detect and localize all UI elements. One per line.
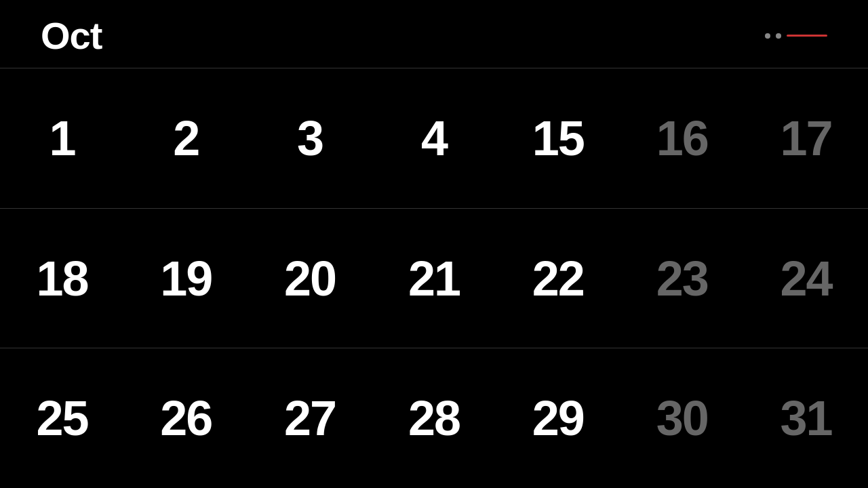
red-line-indicator	[787, 35, 827, 37]
calendar-day-29[interactable]: 29	[496, 348, 620, 488]
calendar-header: Oct	[0, 0, 868, 68]
calendar-day-25[interactable]: 25	[0, 348, 124, 488]
calendar-day-23[interactable]: 23	[620, 209, 744, 348]
indicator-dot-2	[776, 33, 781, 39]
calendar-day-27[interactable]: 27	[248, 348, 372, 488]
calendar-day-18[interactable]: 18	[0, 209, 124, 348]
calendar-day-3[interactable]: 3	[248, 68, 372, 208]
calendar-day-30[interactable]: 30	[620, 348, 744, 488]
indicator-dot-1	[765, 33, 770, 39]
calendar-day-2[interactable]: 2	[124, 68, 248, 208]
week-days-2: 18192021222324	[0, 209, 868, 348]
calendar-day-17[interactable]: 17	[744, 68, 868, 208]
calendar-day-26[interactable]: 26	[124, 348, 248, 488]
calendar-day-20[interactable]: 20	[248, 209, 372, 348]
weeks-container: 12341516171819202122232425262728293031	[0, 68, 868, 488]
calendar-day-16[interactable]: 16	[620, 68, 744, 208]
week-days-3: 25262728293031	[0, 348, 868, 488]
week-row-2: 18192021222324	[0, 209, 868, 348]
header-indicators	[765, 33, 827, 39]
calendar-day-22[interactable]: 22	[496, 209, 620, 348]
calendar-day-15[interactable]: 15	[496, 68, 620, 208]
calendar-day-24[interactable]: 24	[744, 209, 868, 348]
calendar-day-21[interactable]: 21	[372, 209, 496, 348]
week-days-1: 1234151617	[0, 68, 868, 208]
month-title: Oct	[41, 14, 102, 58]
calendar-day-31[interactable]: 31	[744, 348, 868, 488]
calendar-day-28[interactable]: 28	[372, 348, 496, 488]
week-row-1: 1234151617	[0, 68, 868, 208]
calendar-day-4[interactable]: 4	[372, 68, 496, 208]
calendar-container: Oct 123415161718192021222324252627282930…	[0, 0, 868, 488]
week-row-3: 25262728293031	[0, 348, 868, 488]
calendar-day-19[interactable]: 19	[124, 209, 248, 348]
calendar-day-1[interactable]: 1	[0, 68, 124, 208]
